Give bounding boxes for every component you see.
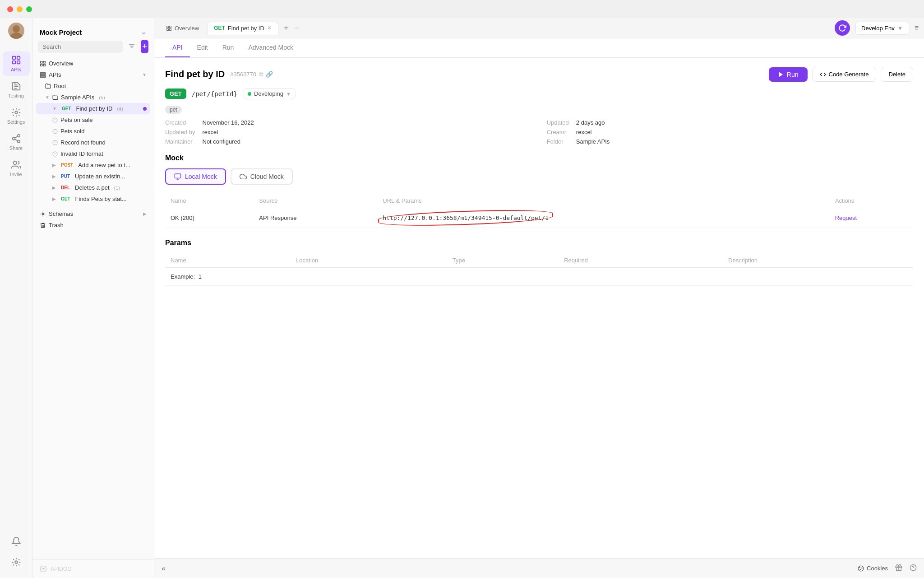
- sidebar-item-invalid-id-format[interactable]: Invalid ID format: [49, 148, 150, 159]
- tab-api[interactable]: API: [165, 38, 190, 57]
- sidebar-item-pets-sold[interactable]: Pets sold: [49, 126, 150, 137]
- help-button[interactable]: [910, 564, 917, 573]
- copy-icon[interactable]: ⧉: [259, 71, 263, 78]
- finds-pets-chevron-icon: ▶: [52, 196, 56, 201]
- params-col-name: Name: [165, 253, 291, 268]
- footer-label: APIDOG: [51, 566, 72, 572]
- svg-rect-18: [40, 76, 46, 77]
- refresh-button[interactable]: [835, 20, 850, 36]
- gear-icon-button[interactable]: [3, 554, 30, 571]
- tab-find-pet[interactable]: GET Find pet by ID ✕: [207, 22, 278, 35]
- sidebar-item-schemas[interactable]: Schemas ▶: [36, 208, 150, 219]
- sidebar-item-overview[interactable]: Overview: [36, 58, 150, 69]
- tree-content: Overview APIs ▼ Root ▼ Sample APIs (5) ▼…: [32, 58, 154, 559]
- sidebar-item-apis-label: APIs: [11, 67, 21, 72]
- svg-rect-3: [17, 56, 19, 59]
- post-chevron-icon: ▶: [52, 163, 56, 168]
- mock-table-row: OK (200) API Response http://127.0.0.1:3…: [165, 208, 913, 228]
- request-link[interactable]: Request: [835, 214, 857, 221]
- svg-point-6: [15, 111, 18, 114]
- tab-overview[interactable]: Overview: [160, 22, 205, 34]
- schemas-chevron-icon: ▶: [143, 211, 147, 216]
- sidebar-item-apis-section[interactable]: APIs ▼: [36, 69, 150, 80]
- sidebar-item-root[interactable]: Root: [36, 80, 150, 92]
- cloud-mock-tab[interactable]: Cloud Mock: [231, 168, 293, 185]
- svg-rect-33: [167, 26, 169, 28]
- env-selector[interactable]: Develop Env ▼: [855, 22, 909, 35]
- example-value: 1: [199, 273, 202, 280]
- col-actions: Actions: [830, 194, 913, 208]
- schemas-icon: [40, 211, 46, 217]
- status-text: Developing: [254, 90, 283, 97]
- svg-point-10: [13, 161, 16, 164]
- tab-add-button[interactable]: +: [280, 23, 292, 33]
- example-label: Example:: [171, 273, 195, 280]
- add-item-button[interactable]: +: [141, 40, 148, 53]
- cookies-button[interactable]: Cookies: [858, 565, 888, 572]
- sidebar-item-find-pet-by-id[interactable]: ▼ GET Find pet by ID (4): [36, 103, 150, 114]
- sidebar-item-settings[interactable]: Settings: [3, 104, 30, 128]
- active-indicator: [143, 107, 147, 111]
- tree-search-row: +: [32, 40, 154, 58]
- menu-button[interactable]: ≡: [915, 24, 919, 32]
- user-avatar[interactable]: [8, 23, 24, 39]
- bottom-bar: « Cookies: [154, 558, 924, 578]
- svg-rect-36: [170, 28, 171, 30]
- svg-rect-35: [167, 28, 169, 30]
- col-url-params: URL & Params: [377, 194, 829, 208]
- sidebar-item-deletes-pet[interactable]: ▶ DEL Deletes a pet (1): [36, 182, 150, 193]
- tab-advanced-mock[interactable]: Advanced Mock: [241, 38, 300, 57]
- link-icon[interactable]: 🔗: [266, 71, 273, 78]
- sidebar-item-testing[interactable]: Testing: [3, 78, 30, 102]
- sidebar-item-invite[interactable]: Invite: [3, 156, 30, 181]
- status-badge[interactable]: Developing ▼: [243, 88, 296, 99]
- code-generate-button[interactable]: Code Generate: [812, 67, 877, 82]
- traffic-lights: [7, 6, 32, 12]
- tab-run[interactable]: Run: [215, 38, 241, 57]
- mock-row-url: http://127.0.0.1:3658/m1/349415-0-defaul…: [377, 208, 829, 228]
- minimize-button[interactable]: [17, 6, 23, 12]
- sidebar-item-pets-on-sale[interactable]: Pets on sale: [49, 114, 150, 126]
- sidebar-item-share[interactable]: Share: [3, 130, 30, 154]
- sample-apis-label: Sample APIs: [61, 94, 94, 101]
- tree-search-input[interactable]: [38, 41, 123, 53]
- gift-button[interactable]: [895, 564, 902, 573]
- status-dot: [248, 92, 251, 96]
- tab-close-icon[interactable]: ✕: [267, 25, 272, 31]
- icon-sidebar-nav: APIs Testing Settings Share Invite: [3, 51, 30, 531]
- fullscreen-button[interactable]: [26, 6, 32, 12]
- svg-rect-2: [12, 56, 15, 59]
- finds-pets-label: Finds Pets by stat...: [75, 196, 127, 202]
- tab-edit[interactable]: Edit: [190, 38, 215, 57]
- env-selector-label: Develop Env: [861, 25, 895, 32]
- local-mock-tab[interactable]: Local Mock: [165, 168, 226, 185]
- project-dropdown-icon[interactable]: ⌄: [141, 28, 147, 36]
- sidebar-item-update-pet[interactable]: ▶ PUT Update an existin...: [36, 171, 150, 182]
- run-button[interactable]: Run: [769, 67, 808, 82]
- meta-grid: Created November 16, 2022 Updated 2 days…: [165, 119, 913, 145]
- params-col-required: Required: [559, 253, 723, 268]
- tab-more-button[interactable]: ···: [294, 24, 300, 32]
- sidebar-item-record-not-found[interactable]: Record not found: [49, 137, 150, 148]
- apis-chevron-icon: ▼: [142, 72, 147, 77]
- folder-icon: [45, 83, 51, 89]
- filter-button[interactable]: [126, 41, 137, 53]
- del-chevron-icon: ▶: [52, 185, 56, 190]
- collapse-button[interactable]: «: [162, 564, 166, 573]
- sidebar-item-testing-label: Testing: [8, 93, 24, 98]
- mock-section-title: Mock: [165, 154, 913, 162]
- svg-point-42: [859, 567, 860, 568]
- tab-overview-label: Overview: [175, 25, 199, 32]
- sidebar-item-apis[interactable]: APIs: [3, 51, 30, 76]
- sidebar-item-sample-apis[interactable]: ▼ Sample APIs (5): [36, 92, 150, 103]
- put-method-badge: PUT: [59, 173, 72, 179]
- api-id-text: #3563770: [230, 71, 256, 78]
- record-not-found-label: Record not found: [60, 139, 106, 146]
- sidebar-item-add-new-pet[interactable]: ▶ POST Add a new pet to t...: [36, 159, 150, 171]
- sidebar-item-trash[interactable]: Trash: [36, 219, 150, 231]
- sub-items: Pets on sale Pets sold Record not found …: [49, 114, 150, 159]
- close-button[interactable]: [7, 6, 13, 12]
- notifications-icon-button[interactable]: [3, 533, 30, 550]
- delete-button[interactable]: Delete: [881, 67, 913, 82]
- sidebar-item-finds-pets[interactable]: ▶ GET Finds Pets by stat...: [36, 193, 150, 205]
